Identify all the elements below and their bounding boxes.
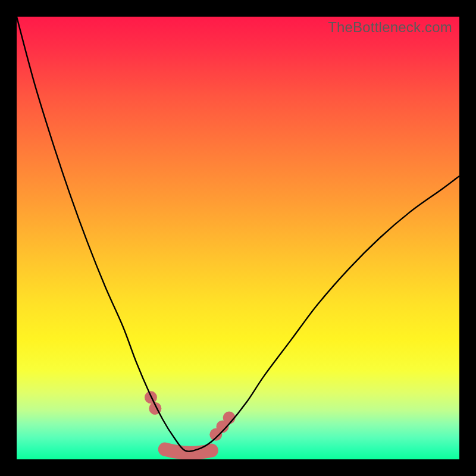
optimal-dot	[223, 412, 236, 424]
optimal-markers	[145, 391, 236, 453]
plot-area: TheBottleneck.com	[17, 17, 459, 459]
outer-frame: TheBottleneck.com	[0, 0, 476, 476]
bottleneck-curve	[17, 17, 459, 452]
curve-svg	[17, 17, 459, 459]
